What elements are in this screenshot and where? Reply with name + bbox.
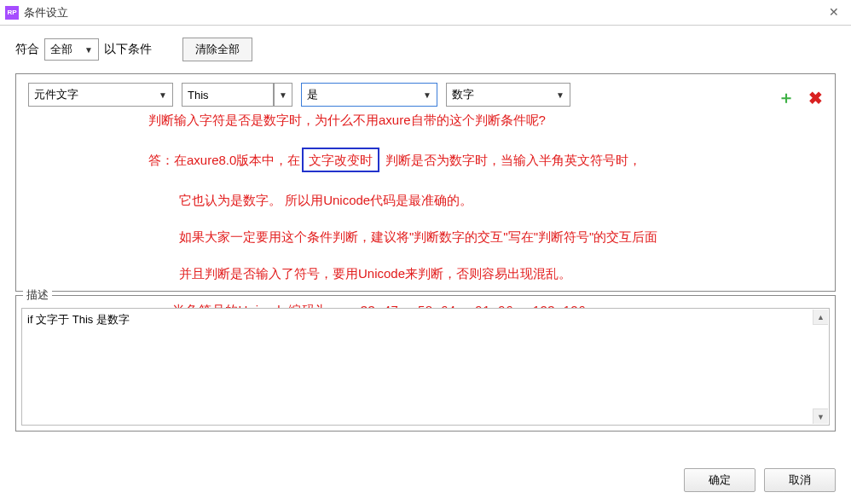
- close-icon[interactable]: ✕: [824, 3, 844, 20]
- scroll-down-icon[interactable]: ▼: [813, 408, 828, 424]
- chevron-down-icon: ▼: [159, 90, 167, 100]
- dialog-buttons: 确定 取消: [684, 468, 836, 492]
- description-group: 描述 if 文字于 This 是数字 ▲ ▼: [15, 295, 836, 432]
- widget-input[interactable]: This: [182, 83, 274, 107]
- operator-value: 是: [307, 87, 318, 102]
- clear-all-button[interactable]: 清除全部: [182, 38, 252, 61]
- row-actions: ＋ ✖: [778, 86, 823, 109]
- add-condition-icon[interactable]: ＋: [778, 86, 795, 109]
- cancel-button[interactable]: 取消: [764, 468, 836, 492]
- condition-row: 元件文字 ▼ This ▼ 是 ▼ 数字 ▼: [28, 83, 823, 107]
- field-type-value: 元件文字: [34, 87, 78, 102]
- title-bar: RP 条件设立 ✕: [0, 0, 851, 26]
- value-type-select[interactable]: 数字 ▼: [446, 83, 570, 107]
- description-legend: 描述: [23, 287, 52, 303]
- chevron-down-icon: ▼: [556, 90, 564, 100]
- match-label: 符合: [15, 42, 39, 57]
- condition-box: 元件文字 ▼ This ▼ 是 ▼ 数字 ▼ ＋ ✖: [15, 73, 836, 292]
- app-icon: RP: [5, 6, 19, 20]
- description-textarea[interactable]: if 文字于 This 是数字 ▲ ▼: [21, 308, 830, 426]
- field-type-select[interactable]: 元件文字 ▼: [28, 83, 173, 107]
- match-all-select[interactable]: 全部 ▼: [44, 38, 99, 61]
- chevron-down-icon: ▼: [423, 90, 431, 100]
- window-title: 条件设立: [24, 5, 68, 20]
- widget-dropdown-button[interactable]: ▼: [274, 83, 292, 107]
- following-label: 以下条件: [104, 42, 152, 57]
- widget-value: This: [188, 89, 209, 101]
- value-type-value: 数字: [452, 87, 474, 102]
- scroll-up-icon[interactable]: ▲: [813, 310, 828, 325]
- operator-select[interactable]: 是 ▼: [301, 83, 437, 107]
- ok-button[interactable]: 确定: [684, 468, 755, 492]
- remove-condition-icon[interactable]: ✖: [808, 88, 823, 108]
- chevron-down-icon: ▼: [84, 45, 93, 55]
- match-all-value: 全部: [50, 42, 72, 57]
- match-row: 符合 全部 ▼ 以下条件 清除全部: [0, 26, 851, 73]
- description-text: if 文字于 This 是数字: [27, 313, 130, 326]
